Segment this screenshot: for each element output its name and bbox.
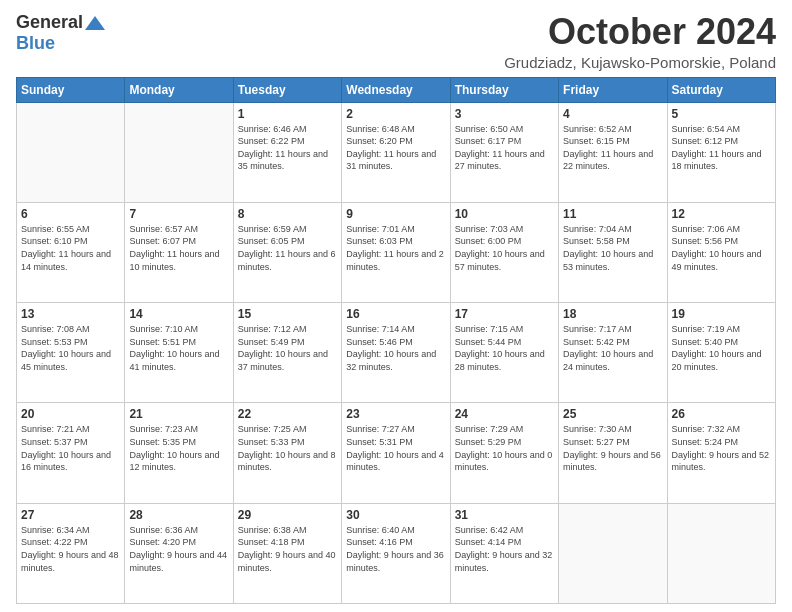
day-info: Sunrise: 6:55 AM Sunset: 6:10 PM Dayligh… [21,223,120,273]
calendar-cell: 30Sunrise: 6:40 AM Sunset: 4:16 PM Dayli… [342,503,450,603]
day-info: Sunrise: 6:59 AM Sunset: 6:05 PM Dayligh… [238,223,337,273]
calendar-cell: 2Sunrise: 6:48 AM Sunset: 6:20 PM Daylig… [342,102,450,202]
day-number: 25 [563,407,662,421]
logo: General Blue [16,12,105,54]
calendar-week-1: 6Sunrise: 6:55 AM Sunset: 6:10 PM Daylig… [17,202,776,302]
day-number: 20 [21,407,120,421]
day-info: Sunrise: 7:06 AM Sunset: 5:56 PM Dayligh… [672,223,771,273]
day-info: Sunrise: 6:38 AM Sunset: 4:18 PM Dayligh… [238,524,337,574]
day-number: 19 [672,307,771,321]
day-number: 13 [21,307,120,321]
day-number: 24 [455,407,554,421]
calendar-cell: 29Sunrise: 6:38 AM Sunset: 4:18 PM Dayli… [233,503,341,603]
day-number: 9 [346,207,445,221]
day-number: 11 [563,207,662,221]
day-info: Sunrise: 7:15 AM Sunset: 5:44 PM Dayligh… [455,323,554,373]
calendar-cell: 23Sunrise: 7:27 AM Sunset: 5:31 PM Dayli… [342,403,450,503]
calendar-cell [125,102,233,202]
calendar-cell [17,102,125,202]
header: General Blue October 2024 Grudziadz, Kuj… [16,12,776,71]
day-number: 26 [672,407,771,421]
day-number: 6 [21,207,120,221]
day-info: Sunrise: 6:54 AM Sunset: 6:12 PM Dayligh… [672,123,771,173]
calendar-cell: 14Sunrise: 7:10 AM Sunset: 5:51 PM Dayli… [125,303,233,403]
day-info: Sunrise: 6:57 AM Sunset: 6:07 PM Dayligh… [129,223,228,273]
day-info: Sunrise: 7:17 AM Sunset: 5:42 PM Dayligh… [563,323,662,373]
calendar-cell: 16Sunrise: 7:14 AM Sunset: 5:46 PM Dayli… [342,303,450,403]
day-number: 7 [129,207,228,221]
day-info: Sunrise: 7:10 AM Sunset: 5:51 PM Dayligh… [129,323,228,373]
page-title: October 2024 [504,12,776,52]
calendar-cell: 31Sunrise: 6:42 AM Sunset: 4:14 PM Dayli… [450,503,558,603]
day-info: Sunrise: 7:23 AM Sunset: 5:35 PM Dayligh… [129,423,228,473]
day-number: 15 [238,307,337,321]
calendar-week-2: 13Sunrise: 7:08 AM Sunset: 5:53 PM Dayli… [17,303,776,403]
day-info: Sunrise: 6:46 AM Sunset: 6:22 PM Dayligh… [238,123,337,173]
calendar-cell [559,503,667,603]
calendar-cell: 12Sunrise: 7:06 AM Sunset: 5:56 PM Dayli… [667,202,775,302]
logo-triangle-icon [85,16,105,30]
day-number: 5 [672,107,771,121]
day-number: 4 [563,107,662,121]
calendar-cell: 26Sunrise: 7:32 AM Sunset: 5:24 PM Dayli… [667,403,775,503]
day-number: 1 [238,107,337,121]
calendar-cell: 25Sunrise: 7:30 AM Sunset: 5:27 PM Dayli… [559,403,667,503]
day-info: Sunrise: 7:14 AM Sunset: 5:46 PM Dayligh… [346,323,445,373]
calendar-cell: 6Sunrise: 6:55 AM Sunset: 6:10 PM Daylig… [17,202,125,302]
logo-general-text: General [16,12,83,33]
calendar-week-0: 1Sunrise: 6:46 AM Sunset: 6:22 PM Daylig… [17,102,776,202]
calendar-cell: 21Sunrise: 7:23 AM Sunset: 5:35 PM Dayli… [125,403,233,503]
calendar-cell: 20Sunrise: 7:21 AM Sunset: 5:37 PM Dayli… [17,403,125,503]
day-number: 10 [455,207,554,221]
day-info: Sunrise: 6:40 AM Sunset: 4:16 PM Dayligh… [346,524,445,574]
calendar-cell: 8Sunrise: 6:59 AM Sunset: 6:05 PM Daylig… [233,202,341,302]
day-info: Sunrise: 7:29 AM Sunset: 5:29 PM Dayligh… [455,423,554,473]
calendar-header-wednesday: Wednesday [342,77,450,102]
calendar-cell: 19Sunrise: 7:19 AM Sunset: 5:40 PM Dayli… [667,303,775,403]
calendar-header-row: SundayMondayTuesdayWednesdayThursdayFrid… [17,77,776,102]
calendar-header-friday: Friday [559,77,667,102]
calendar-table: SundayMondayTuesdayWednesdayThursdayFrid… [16,77,776,604]
day-info: Sunrise: 7:25 AM Sunset: 5:33 PM Dayligh… [238,423,337,473]
calendar-header-monday: Monday [125,77,233,102]
calendar-cell: 28Sunrise: 6:36 AM Sunset: 4:20 PM Dayli… [125,503,233,603]
day-info: Sunrise: 7:32 AM Sunset: 5:24 PM Dayligh… [672,423,771,473]
day-info: Sunrise: 7:19 AM Sunset: 5:40 PM Dayligh… [672,323,771,373]
day-info: Sunrise: 6:48 AM Sunset: 6:20 PM Dayligh… [346,123,445,173]
calendar-cell: 7Sunrise: 6:57 AM Sunset: 6:07 PM Daylig… [125,202,233,302]
day-info: Sunrise: 6:42 AM Sunset: 4:14 PM Dayligh… [455,524,554,574]
calendar-cell: 17Sunrise: 7:15 AM Sunset: 5:44 PM Dayli… [450,303,558,403]
day-number: 27 [21,508,120,522]
calendar-cell: 9Sunrise: 7:01 AM Sunset: 6:03 PM Daylig… [342,202,450,302]
calendar-header-tuesday: Tuesday [233,77,341,102]
logo-blue-text: Blue [16,33,55,54]
day-number: 17 [455,307,554,321]
calendar-cell: 27Sunrise: 6:34 AM Sunset: 4:22 PM Dayli… [17,503,125,603]
day-info: Sunrise: 7:21 AM Sunset: 5:37 PM Dayligh… [21,423,120,473]
day-info: Sunrise: 7:27 AM Sunset: 5:31 PM Dayligh… [346,423,445,473]
day-number: 22 [238,407,337,421]
calendar-header-thursday: Thursday [450,77,558,102]
calendar-cell: 1Sunrise: 6:46 AM Sunset: 6:22 PM Daylig… [233,102,341,202]
calendar-week-3: 20Sunrise: 7:21 AM Sunset: 5:37 PM Dayli… [17,403,776,503]
calendar-cell: 10Sunrise: 7:03 AM Sunset: 6:00 PM Dayli… [450,202,558,302]
calendar-cell: 13Sunrise: 7:08 AM Sunset: 5:53 PM Dayli… [17,303,125,403]
calendar-cell: 3Sunrise: 6:50 AM Sunset: 6:17 PM Daylig… [450,102,558,202]
day-number: 14 [129,307,228,321]
day-number: 28 [129,508,228,522]
page: General Blue October 2024 Grudziadz, Kuj… [0,0,792,612]
day-number: 12 [672,207,771,221]
day-info: Sunrise: 6:52 AM Sunset: 6:15 PM Dayligh… [563,123,662,173]
day-info: Sunrise: 7:12 AM Sunset: 5:49 PM Dayligh… [238,323,337,373]
day-info: Sunrise: 7:30 AM Sunset: 5:27 PM Dayligh… [563,423,662,473]
calendar-cell: 5Sunrise: 6:54 AM Sunset: 6:12 PM Daylig… [667,102,775,202]
day-info: Sunrise: 7:03 AM Sunset: 6:00 PM Dayligh… [455,223,554,273]
day-number: 18 [563,307,662,321]
calendar-cell: 24Sunrise: 7:29 AM Sunset: 5:29 PM Dayli… [450,403,558,503]
calendar-week-4: 27Sunrise: 6:34 AM Sunset: 4:22 PM Dayli… [17,503,776,603]
day-number: 16 [346,307,445,321]
day-number: 2 [346,107,445,121]
day-info: Sunrise: 6:34 AM Sunset: 4:22 PM Dayligh… [21,524,120,574]
calendar-header-sunday: Sunday [17,77,125,102]
title-block: October 2024 Grudziadz, Kujawsko-Pomorsk… [504,12,776,71]
